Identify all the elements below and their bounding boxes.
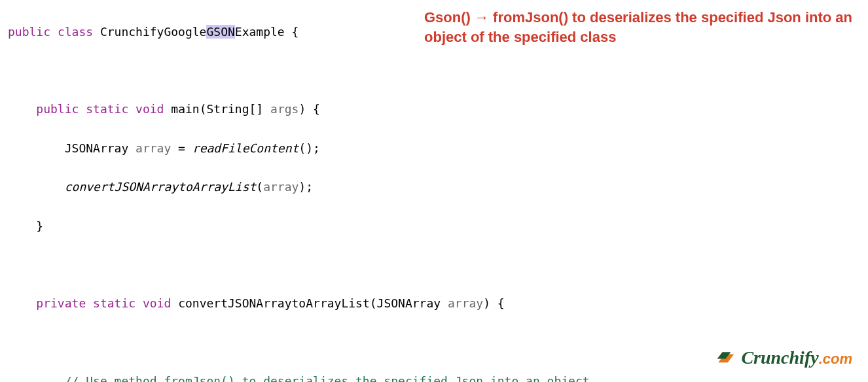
annotation-text: Gson() → fromJson() to deserializes the …: [424, 8, 852, 46]
logo-icon: [716, 350, 737, 366]
crunchify-logo: Crunchify.com: [716, 343, 852, 373]
code-line: // Use method fromJson() to deserializes…: [8, 372, 868, 382]
logo-text: Crunchify.com: [741, 343, 852, 373]
code-block: public class CrunchifyGoogleGSONExample …: [0, 0, 868, 382]
code-line: JSONArray array = readFileContent();: [8, 139, 868, 158]
code-line: public static void main(String[] args) {: [8, 99, 868, 119]
code-line: convertJSONArraytoArrayList(array);: [8, 177, 868, 197]
code-line: }: [8, 217, 868, 236]
code-line: private static void convertJSONArraytoAr…: [8, 294, 868, 313]
